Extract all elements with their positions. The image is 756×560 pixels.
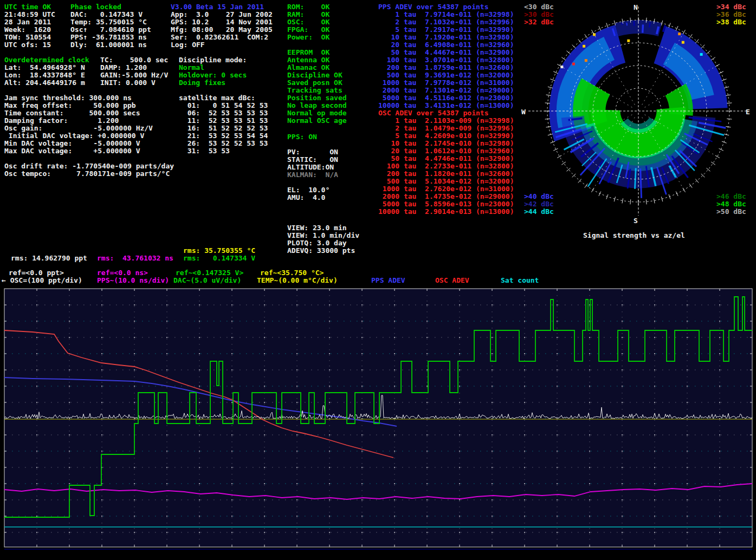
dbc-legend-bottom-right-line: >46 dBc xyxy=(716,192,746,200)
pps-adev-table-line: 200 tau 1.8759e-011 (n=32600) xyxy=(378,63,514,71)
loop-params-line: GAIN:-5.000 Hz/V xyxy=(100,71,168,79)
version-info: V3.00 Beta 15 Jan 2011 App: 3.0 27 Jun 2… xyxy=(171,3,273,49)
selftest-status-line: OSC: OK xyxy=(287,18,329,26)
osc-params-line: Jam sync threshold: 300.000 ns xyxy=(4,94,132,102)
gps-status-list-line: Saved posn OK xyxy=(287,79,343,87)
dbc-legend-bottom-left-line: >42 dBc xyxy=(524,200,554,208)
legend-osc-adev-line: OSC ADEV xyxy=(435,276,469,284)
scale-dac-line: DAC~(5.0 uV/div) xyxy=(173,276,241,284)
gps-status-list-line: Position saved xyxy=(287,94,347,102)
pps-adev-table-line: 5000 tau 4.5116e-012 (n=23000) xyxy=(378,94,514,102)
ref-pps-line: ref=<0.0 ns> xyxy=(97,269,148,277)
osc-adev-table-line: 5000 tau 5.8596e-013 (n=23000) xyxy=(378,200,514,208)
utc-status-line: UTC time OK xyxy=(4,3,51,11)
phase-status: Phase locked DAC: 0.147343 V Temp: 35.75… xyxy=(70,3,151,49)
ref-dac-line: ref~<0.147325 V> xyxy=(176,269,243,277)
pps-adev-table-line: 10000 tau 3.4131e-012 (n=13000) xyxy=(378,101,514,109)
compass-label-s: S xyxy=(634,217,638,225)
gps-status-list-line: Tracking sats xyxy=(287,86,343,94)
view-settings: VIEW: 23.0 min VIEW: 1.0 min/div PLOTQ: … xyxy=(287,224,359,255)
pps-state: PPS: ON xyxy=(287,133,317,141)
dbc-legend-bottom-left-line: >44 dBc xyxy=(524,207,554,216)
receiver-position-line: Lat: 54.4964928° N xyxy=(4,63,85,71)
osc-adev-table-line: 20 tau 1.0612e-010 (n=32960) xyxy=(378,147,514,155)
compass-label-e: E xyxy=(746,108,750,116)
phase-status-line: PPS↑ -36.781853 ns xyxy=(70,33,147,41)
pps-adev-table-line: 1000 tau 7.9778e-012 (n=31000) xyxy=(378,79,514,87)
lady-heather-console: NESW UTC time OK 21:48:59 UTC 28 Jan 201… xyxy=(0,0,756,560)
version-info-line: Log: OFF xyxy=(171,41,205,49)
osc-params-line: Damping factor: 1.200 xyxy=(4,116,119,125)
signal-mark xyxy=(585,59,587,62)
dbc-legend-bottom-left-line: >40 dBc xyxy=(524,192,554,200)
pps-adev-table-line: 50 tau 4.4467e-011 (n=32900) xyxy=(378,48,514,56)
plot-area[interactable] xyxy=(4,289,752,547)
ref-temp: ref~<35.750 °C> xyxy=(260,269,324,277)
osc-params-line: Osc drift rate: -1.770540e-009 parts/day xyxy=(4,162,174,170)
utc-status-line: 21:48:59 UTC xyxy=(4,10,55,18)
utc-status-line: UTC ofs: 15 xyxy=(4,41,51,49)
satellite-max-dbc: satellite max dBc: 01: 0 51 54 52 53 06:… xyxy=(179,94,268,155)
receiver-position-line: Alt: 204.46449176 m xyxy=(4,79,85,87)
selftest-status-line: ROM: OK xyxy=(287,3,329,11)
view-settings-line: PLOTQ: 3.0 day xyxy=(287,239,347,247)
pps-adev-table-line: PPS ADEV over 54387 points xyxy=(378,3,489,11)
view-settings-line: VIEW: 1.0 min/div xyxy=(287,231,359,239)
rms-osc: rms: 14.962790 ppt xyxy=(11,255,87,262)
pps-adev-table: PPS ADEV over 54387 points 1 tau 7.9714e… xyxy=(378,3,514,109)
mask-settings-line: EL: 10.0° xyxy=(287,186,329,194)
utc-status-line: 28 Jan 2011 xyxy=(4,18,51,26)
osc-params-line: Osc gain: -5.000000 Hz/V xyxy=(4,124,153,132)
phase-status-line: Dly: 61.000001 ns xyxy=(70,41,147,49)
compass-label-n: N xyxy=(634,3,638,11)
polar-plot-caption: Signal strength vs az/el xyxy=(583,232,685,239)
phase-status-line: Osc↑ 7.084610 ppt xyxy=(70,25,151,34)
version-info-line: V3.00 Beta 15 Jan 2011 xyxy=(171,3,264,11)
receiver-position-line: Lon: 18.4337848° E xyxy=(4,71,85,79)
rms-dac: rms: 0.147334 V xyxy=(183,255,255,262)
rms-pps-line: rms: 43.761032 ns xyxy=(97,254,173,262)
fix-settings-line: KALMAN: N/A xyxy=(287,171,338,179)
rms-osc-line: rms: 14.962790 ppt xyxy=(11,254,87,262)
osc-params-line: Max DAC voltage: +5.000000 V xyxy=(4,147,140,155)
legend-osc-adev: OSC ADEV xyxy=(435,277,469,284)
fix-settings-line: ALTITUDE:ON xyxy=(287,163,334,171)
osc-adev-table-line: 50 tau 4.4746e-011 (n=32900) xyxy=(378,154,514,162)
fix-settings-line: STATIC: ON xyxy=(287,155,338,164)
ref-osc: ref=<0.0 ppt> xyxy=(9,269,64,277)
signal-spike xyxy=(649,22,650,27)
dbc-legend-bottom-right-line: >50 dBc xyxy=(716,207,746,216)
dbc-legend-top-left: <30 dBc >30 dBc >32 dBc xyxy=(524,3,554,26)
rms-temp: rms: 35.750355 °C xyxy=(183,247,255,255)
legend-pps-adev-line: PPS ADEV xyxy=(371,276,405,284)
signal-mark xyxy=(560,66,563,68)
pps-adev-table-line: 1 tau 7.9714e-011 (n=32998) xyxy=(378,10,514,18)
discipline-mode-line: Normal xyxy=(179,63,204,71)
version-info-line: Mfg: 08:00 20 May 2005 xyxy=(171,25,273,34)
osc-params-line: Initial DAC voltage: +0.000000 V xyxy=(4,132,144,140)
signal-mark xyxy=(583,45,585,48)
signal-strength-polar: NESW xyxy=(521,3,750,225)
ref-dac: ref~<0.147325 V> xyxy=(176,269,243,277)
ref-pps: ref=<0.0 ns> xyxy=(97,269,148,277)
gps-status-list-line: Almanac OK xyxy=(287,63,329,71)
phase-status-line: Temp: 35.750015 °C xyxy=(70,18,147,26)
version-info-line: Ser: 0.82362611 COM:2 xyxy=(171,33,268,41)
legend-pps-adev: PPS ADEV xyxy=(371,277,405,284)
gps-status-list-line: Discipline OK xyxy=(287,71,343,79)
osc-adev-table-line: 500 tau 5.1034e-012 (n=32000) xyxy=(378,177,514,185)
dbc-legend-top-left-line: <30 dBc xyxy=(524,3,554,11)
osc-adev-table-line: 200 tau 1.1820e-011 (n=32600) xyxy=(378,170,514,178)
rms-pps: rms: 43.761032 ns xyxy=(97,255,173,262)
osc-adev-table-line: OSC ADEV over 54387 points xyxy=(378,109,489,117)
pps-adev-table-line: 2 tau 7.1032e-011 (n=32996) xyxy=(378,18,514,26)
dbc-legend-bottom-right-line: >48 dBc xyxy=(716,200,746,208)
satellite-max-dbc-line: 06: 52 53 53 53 53 xyxy=(179,109,268,117)
osc-adev-table-line: 10000 tau 2.9014e-013 (n=13000) xyxy=(378,207,514,216)
satellite-max-dbc-line: 16: 51 52 52 52 53 xyxy=(179,124,268,132)
ref-temp-line: ref~<35.750 °C> xyxy=(260,269,324,277)
compass-label-w: W xyxy=(521,108,526,116)
signal-mark xyxy=(627,40,630,42)
scale-osc: ← OSC=(100 ppt/div) xyxy=(2,277,82,284)
loop-params-line: TC: 500.0 sec xyxy=(100,56,168,64)
